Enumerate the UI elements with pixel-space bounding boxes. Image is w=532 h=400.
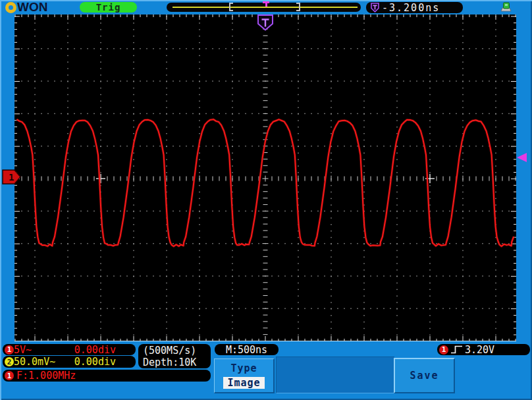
waveform-trace — [16, 119, 514, 246]
oscilloscope-screen: WON Trig -3.200ns 1 1 5V~ — [0, 0, 532, 400]
trigger-level-readout: 1 3.20V — [437, 344, 530, 355]
ch2-badge: 2 — [5, 357, 14, 366]
ch2-scale: 50.0mV~ — [14, 356, 55, 368]
acquisition-info: (500MS/s) Depth:10K — [138, 344, 211, 368]
timebase-readout: M:500ns — [215, 344, 279, 355]
ch1-badge: 1 — [5, 345, 14, 355]
trigger-level-value: 3.20V — [465, 344, 494, 356]
owon-logo-ring-icon — [5, 2, 16, 13]
trig-status-label: Trig — [96, 2, 121, 13]
channel-1-marker-label: 1 — [9, 172, 14, 183]
trigger-position-t-icon — [263, 1, 269, 7]
ch1-status-pill: 1 5V~ 0.00div — [3, 344, 136, 355]
sample-rate: (500MS/s) — [143, 345, 211, 357]
save-button-label: Save — [410, 370, 439, 382]
save-button[interactable]: Save — [394, 358, 455, 393]
ch2-status-pill: 2 50.0mV~ 0.00div — [3, 356, 136, 368]
frequency-value: F:1.000MHz — [16, 370, 76, 382]
rising-edge-icon — [450, 345, 463, 354]
waveform-display — [14, 14, 516, 341]
type-button[interactable]: Type Image — [214, 358, 275, 393]
trigger-level-arrow[interactable] — [516, 152, 527, 163]
plot-svg — [14, 14, 516, 341]
ch1-scale: 5V~ — [14, 344, 32, 356]
frequency-badge: 1 — [5, 371, 14, 380]
timebase-value: M:500ns — [226, 344, 267, 356]
trigger-time-readout: -3.200ns — [366, 2, 463, 13]
type-button-label: Type — [215, 362, 273, 374]
trigger-position-shield-icon[interactable] — [258, 15, 273, 30]
trigger-badge: 1 — [439, 345, 448, 355]
ch1-offset: 0.00div — [74, 344, 116, 356]
ch2-offset: 0.00div — [74, 356, 116, 368]
window-bracket-left-icon — [229, 3, 233, 11]
channel-1-marker[interactable]: 1 — [2, 169, 21, 185]
trigger-position-bar[interactable] — [167, 3, 361, 12]
usb-drive-icon — [500, 2, 512, 13]
menu-empty-slot — [276, 357, 394, 393]
trig-status-badge: Trig — [80, 2, 137, 13]
trigger-t-shield-icon — [371, 3, 379, 13]
graticule — [15, 16, 516, 336]
memory-depth: Depth:10K — [143, 357, 211, 368]
trigger-time-value: -3.200ns — [382, 2, 440, 14]
type-button-value: Image — [223, 377, 264, 389]
window-bracket-right-icon — [296, 3, 300, 11]
trigger-position-line — [173, 7, 358, 8]
owon-logo-text: WON — [17, 1, 47, 14]
owon-logo: WON — [5, 1, 47, 14]
frequency-readout: 1 F:1.000MHz — [3, 370, 211, 382]
